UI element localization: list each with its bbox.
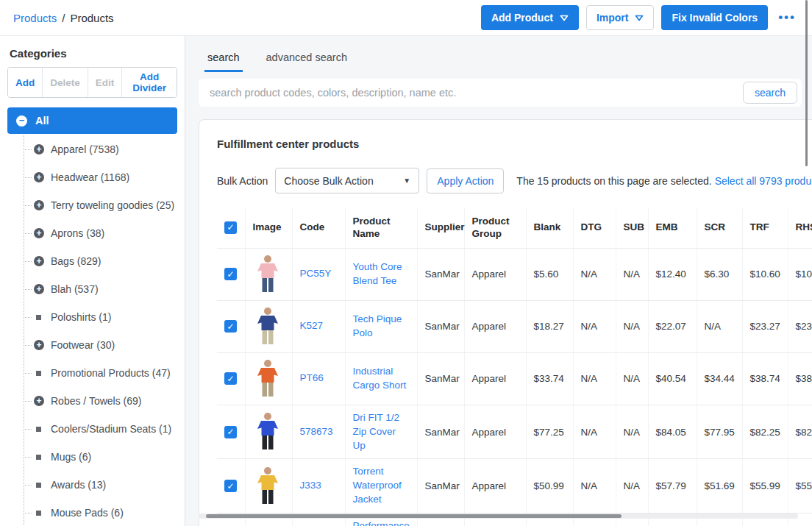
row-sub-price-cell: N/A [616, 300, 648, 352]
sidebar-category-item[interactable]: Mouse Pads (6) [16, 499, 177, 526]
product-photo[interactable] [253, 255, 282, 294]
expand-plus-icon[interactable]: + [34, 172, 44, 182]
row-checkbox[interactable]: ✓ [224, 480, 237, 492]
row-image-cell [245, 459, 292, 513]
vertical-scrollbar-thumb[interactable] [805, 0, 808, 166]
row-supplier-cell: SanMar [417, 248, 464, 300]
sidebar-category-item[interactable]: Coolers/Stadium Seats (1) [16, 415, 177, 443]
product-photo[interactable] [253, 466, 282, 506]
product-name-link[interactable]: Industrial Cargo Short [353, 365, 410, 393]
product-photo[interactable] [253, 307, 282, 346]
product-name-link[interactable]: Dri FIT 1/2 Zip Cover Up [353, 411, 410, 453]
expand-plus-icon[interactable]: + [34, 144, 44, 154]
row-checkbox[interactable]: ✓ [224, 268, 237, 280]
category-all[interactable]: − All [7, 107, 177, 134]
sidebar-category-item[interactable]: +Bags (829) [16, 247, 177, 275]
row-checkbox-cell: ✓ [217, 459, 245, 513]
row-dtg-price-cell: N/A [573, 405, 616, 459]
breadcrumb-products-link[interactable]: Products [13, 12, 57, 24]
more-menu-icon[interactable]: ••• [775, 10, 799, 25]
row-name-cell: Youth Core Blend Tee [345, 248, 417, 300]
row-emb-price-cell: $57.79 [648, 459, 697, 513]
row-name-cell: Industrial Cargo Short [345, 352, 417, 405]
tab-advanced-search[interactable]: advanced search [263, 51, 350, 72]
horizontal-scrollbar-thumb[interactable] [206, 514, 622, 518]
sidebar-category-item[interactable]: +Aprons (38) [16, 219, 177, 247]
row-checkbox[interactable]: ✓ [224, 426, 237, 438]
add-product-button[interactable]: Add Product [481, 5, 579, 30]
row-sub-price-cell: N/A [616, 248, 648, 300]
product-code-link[interactable]: PC55Y [300, 267, 332, 281]
product-name-link[interactable]: Performance Fine Jacquard Polo [353, 519, 410, 526]
expand-plus-icon[interactable]: + [34, 396, 44, 406]
sidebar-category-item[interactable]: +Robes / Towels (69) [16, 387, 177, 415]
column-header-supplier: Supplier [417, 208, 464, 248]
sidebar-category-item[interactable]: +Headwear (1168) [16, 163, 177, 191]
column-header-image: Image [245, 208, 292, 248]
fix-invalid-colors-button[interactable]: Fix Invalid Colors [661, 5, 768, 30]
top-bar: Products / Products Add Product Import F… [0, 0, 812, 36]
expand-plus-icon[interactable]: + [34, 284, 44, 294]
expand-plus-icon[interactable]: + [34, 256, 44, 266]
product-code-link[interactable]: K527 [300, 319, 324, 333]
product-name-link[interactable]: Tech Pique Polo [353, 313, 410, 341]
select-all-checkbox[interactable]: ✓ [224, 221, 237, 234]
horizontal-scrollbar-track[interactable] [199, 513, 798, 519]
row-checkbox[interactable]: ✓ [224, 372, 237, 385]
row-name-cell: Torrent Waterproof Jacket [345, 459, 417, 513]
row-checkbox[interactable]: ✓ [224, 320, 237, 333]
category-all-label: All [35, 115, 49, 127]
expand-plus-icon[interactable]: + [34, 228, 44, 238]
category-actions-group: AddDeleteEditAdd Divider [7, 67, 177, 98]
product-photo[interactable] [253, 359, 282, 399]
row-checkbox-cell: ✓ [217, 405, 245, 459]
import-button[interactable]: Import [586, 5, 655, 30]
sidebar-category-item[interactable]: Poloshirts (1) [16, 303, 177, 331]
sidebar-category-item[interactable]: Mugs (6) [16, 443, 177, 471]
bulk-action-select[interactable]: Choose Bulk Action ▼ [275, 168, 419, 193]
sidebar-category-item[interactable]: Awards (13) [16, 471, 177, 499]
category-label: Blah (537) [51, 283, 99, 295]
select-all-link[interactable]: Select all 9793 products [715, 175, 812, 187]
top-actions: Add Product Import Fix Invalid Colors ••… [481, 5, 799, 30]
row-dtg-price-cell: N/A [573, 459, 616, 513]
select-caret-icon: ▼ [403, 177, 410, 185]
category-action-add[interactable]: Add [8, 68, 42, 97]
table-row: ✓ K527 Tech Pique Polo SanMar Apparel $1… [217, 300, 812, 352]
expand-plus-icon[interactable]: + [34, 200, 44, 210]
row-name-cell: Dri FIT 1/2 Zip Cover Up [345, 405, 417, 459]
product-name-link[interactable]: Youth Core Blend Tee [353, 260, 410, 288]
search-input[interactable] [210, 87, 743, 99]
product-code-link[interactable]: PT66 [300, 372, 324, 385]
sidebar-category-item[interactable]: +Blah (537) [16, 275, 177, 303]
collapse-minus-icon[interactable]: − [16, 115, 27, 127]
row-blank-price-cell: $5.60 [526, 248, 573, 300]
tab-search[interactable]: search [204, 51, 243, 72]
row-scr-price-cell: $51.69 [697, 459, 742, 513]
table-row: ✓ PT66 Industrial Cargo Short SanMar App… [217, 352, 812, 405]
column-header-rhs: RHS [788, 208, 812, 248]
product-photo[interactable] [253, 412, 282, 452]
product-name-link[interactable]: Torrent Waterproof Jacket [353, 465, 410, 507]
row-rhs-price-cell: $82.25 [788, 405, 812, 459]
panel-title: Fulfillment center products [217, 138, 812, 150]
sidebar-category-item[interactable]: +Terry toweling goodies (25) [16, 191, 177, 219]
column-header-dtg: DTG [573, 208, 616, 248]
sidebar-category-item[interactable]: +Apparel (7538) [16, 135, 177, 163]
row-blank-price-cell: $18.27 [526, 300, 573, 352]
sidebar-category-item[interactable]: Promotional Products (47) [16, 359, 177, 387]
bulk-action-label: Bulk Action [217, 175, 268, 187]
category-label: Terry toweling goodies (25) [51, 199, 174, 211]
row-rhs-price-cell: $10.60 [788, 248, 812, 300]
apply-action-button[interactable]: Apply Action [427, 168, 504, 193]
row-code-cell: 578673 [292, 405, 345, 459]
product-code-link[interactable]: 578673 [300, 425, 333, 439]
expand-plus-icon[interactable]: + [34, 340, 44, 350]
row-image-cell [245, 300, 292, 352]
category-action-add-divider[interactable]: Add Divider [121, 68, 177, 97]
category-label: Awards (13) [51, 479, 106, 491]
sidebar-category-item[interactable]: +Footwear (30) [16, 331, 177, 359]
search-button[interactable]: search [743, 82, 797, 104]
column-header-sub: SUB [616, 208, 648, 248]
product-code-link[interactable]: J333 [300, 479, 321, 493]
